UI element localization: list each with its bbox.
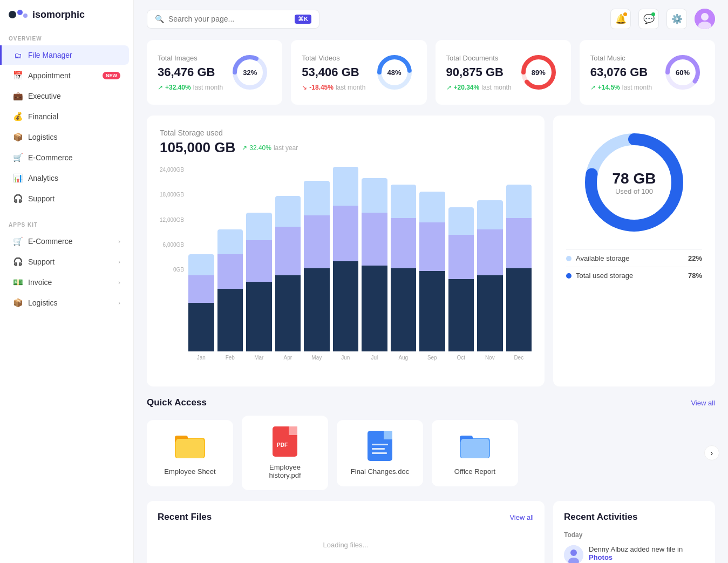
bar-light-8 [419,192,445,222]
storage-legend: Available storage 22% Total used storage… [566,249,702,284]
sidebar-item-logistics[interactable]: 📦 Logistics [4,127,129,147]
bars-area: Jan Feb Mar Apr May [188,167,532,374]
quick-item-doc[interactable]: Final Changes.doc [337,420,423,486]
bar-month-11: Dec [514,355,523,361]
bar-light-2 [246,213,272,240]
sidebar-item-ecommerce2[interactable]: 🛒 E-Commerce › [4,232,129,251]
trend-icon-2: ↗ [446,84,452,91]
bar-dark-2 [246,282,272,351]
sidebar-item-support2[interactable]: 🎧 Support › [4,252,129,272]
sidebar-item-analytics[interactable]: 📊 Analytics [4,168,129,188]
stat-cards-row: Total Images 36,476 GB ↗ +32.40% last mo… [147,40,715,105]
user-avatar[interactable] [695,9,715,29]
chevron-right-icon2: › [118,259,120,265]
activity-action: added new file in [628,545,683,553]
sidebar-item-financial[interactable]: 💰 Financial [4,107,129,126]
quick-item-employee-sheet[interactable]: Employee Sheet [147,420,233,486]
storage-change: ↗ 32.40% last year [242,144,298,152]
recent-files-title: Recent Files [158,512,212,523]
folder-icon: 🗂 [13,50,23,60]
quick-access-header: Quick Access View all [147,397,715,408]
svg-point-33 [570,550,577,556]
headphone2-icon: 🎧 [13,257,23,267]
quick-access-view-all[interactable]: View all [691,399,715,407]
stat-amount-0: 36,476 GB [158,65,223,79]
quick-access-next-arrow[interactable]: › [704,445,719,460]
money-icon: 💰 [13,112,23,121]
notification-button[interactable]: 🔔 [610,9,631,29]
bar-stack-8 [419,192,445,351]
message-button[interactable]: 💬 [638,9,659,29]
bar-group-10: Nov [477,200,503,361]
activity-username: Denny Albuz [589,545,628,553]
quick-item-pdf[interactable]: PDF Employee history.pdf [242,416,328,490]
bar-light-7 [391,185,417,218]
stat-card-3: Total Music 63,076 GB ↗ +14.5% last mont… [580,40,715,105]
sidebar-item-file-manager[interactable]: 🗂 File Manager [0,45,129,65]
stat-change-1: ↘ -18.45% last month [302,84,365,91]
bar-month-0: Jan [197,355,206,361]
bar-light-11 [506,185,532,218]
settings-button[interactable]: ⚙️ [666,9,687,29]
bar-group-1: Feb [217,229,243,361]
search-input[interactable] [168,15,290,23]
recent-files-view-all[interactable]: View all [509,513,534,521]
bar-mid-5 [333,206,359,261]
sidebar-label-financial: Financial [28,112,58,121]
sidebar-item-ecommerce[interactable]: 🛒 E-Commerce [4,148,129,167]
folder-yellow-icon [175,431,205,461]
quick-access-row: Employee Sheet PDF Employee history.pdf [147,416,715,490]
recent-files-header: Recent Files View all [158,512,534,523]
stat-donut-label-0: 32% [243,69,257,77]
stat-change-3: ↗ +14.5% last month [590,84,652,91]
search-bar[interactable]: 🔍 ⌘K [147,10,319,29]
stat-donut-1: 48% [373,51,416,94]
bar-stack-6 [362,178,387,351]
bar-dark-11 [506,268,532,351]
bar-light-10 [477,200,503,229]
y-label: 12,000GB [160,217,184,223]
activity-name-0: Denny Albuz added new file in Photos [589,545,704,561]
briefcase-icon: 💼 [13,91,23,101]
svg-point-0 [9,11,16,18]
sidebar-label-support2: Support [28,257,55,266]
bar-light-5 [333,167,359,206]
bar-group-5: Jun [333,167,359,361]
stat-title-0: Total Images [158,54,223,62]
usage-sub: Used of 100 [613,187,656,195]
stat-donut-label-2: 89% [532,69,546,77]
message-dot [651,12,655,16]
legend-used: Total used storage 78% [566,267,702,284]
cart2-icon: 🛒 [13,236,23,246]
svg-point-2 [23,13,28,18]
bar-month-3: Apr [284,355,292,361]
stat-card-0: Total Images 36,476 GB ↗ +32.40% last mo… [147,40,282,105]
svg-point-4 [701,13,709,21]
bar-month-9: Oct [457,355,466,361]
svg-rect-31 [461,439,489,458]
bar-mid-2 [246,240,272,282]
sidebar-item-executive[interactable]: 💼 Executive [4,86,129,106]
activity-target: Photos [589,553,613,561]
quick-item-office-report[interactable]: Office Report [432,420,518,486]
trend-icon-0: ↗ [158,84,163,91]
doc-icon [365,431,395,461]
bar-chart-area: 24,000GB18,000GB12,000GB6,000GB0GB Jan F… [160,167,532,374]
sidebar-item-appointment[interactable]: 📅 Appointment NEW [4,66,129,85]
bar-month-2: Mar [254,355,263,361]
sidebar-item-invoice[interactable]: 💵 Invoice › [4,273,129,292]
box2-icon: 📦 [13,298,23,308]
sidebar-item-support[interactable]: 🎧 Support [4,189,129,208]
bar-dark-3 [275,275,301,351]
stat-donut-label-1: 48% [387,69,401,77]
stat-title-3: Total Music [590,54,652,62]
y-label: 24,000GB [160,167,184,173]
invoice-icon: 💵 [13,277,23,287]
bar-light-4 [304,181,330,215]
bar-mid-6 [362,213,387,266]
sidebar-label-invoice: Invoice [28,278,52,287]
bar-month-6: Jul [371,355,378,361]
quick-item-label-3: Office Report [454,467,495,476]
sidebar-item-logistics2[interactable]: 📦 Logistics › [4,293,129,313]
stat-suffix-0: last month [193,84,223,91]
